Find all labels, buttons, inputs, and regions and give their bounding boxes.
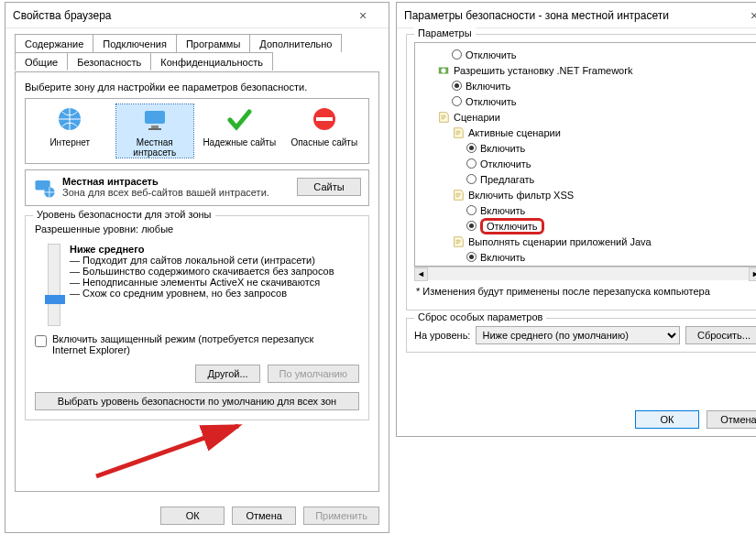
zone-internet[interactable]: Интернет xyxy=(31,104,109,158)
tree-radio-option[interactable]: Отключить xyxy=(448,93,756,109)
radio-icon[interactable] xyxy=(452,81,462,91)
dialog-buttons: ОК Отмена Применить xyxy=(5,499,389,532)
settings-tree[interactable]: ОтключитьРазрешить установку .NET Framew… xyxy=(414,42,756,267)
tab-content[interactable]: Содержание xyxy=(15,34,93,52)
tree-category: Разрешить установку .NET Framework xyxy=(433,62,756,78)
tab-connections[interactable]: Подключения xyxy=(93,34,177,52)
zones-hint: Выберите зону для настройки ее параметро… xyxy=(25,82,369,93)
globe-icon xyxy=(55,104,84,134)
reset-level-select[interactable]: Ниже среднего (по умолчанию) xyxy=(476,326,680,344)
zone-local-intranet[interactable]: Местная интрасеть xyxy=(116,104,194,158)
svg-rect-2 xyxy=(151,125,159,128)
scroll-left-icon[interactable]: ◄ xyxy=(414,267,428,281)
close-icon[interactable]: × xyxy=(345,8,381,23)
tree-radio-option[interactable]: Включить xyxy=(463,202,756,218)
tree-radio-option[interactable]: Отключить xyxy=(463,218,756,234)
radio-icon[interactable] xyxy=(466,221,477,231)
tab-advanced[interactable]: Дополнительно xyxy=(249,34,342,52)
h-scrollbar[interactable]: ◄ ► xyxy=(414,267,756,280)
radio-icon[interactable] xyxy=(452,96,462,106)
window-title: Свойства браузера xyxy=(13,9,345,22)
tree-radio-option[interactable]: Включить xyxy=(463,140,756,156)
custom-level-button[interactable]: Другой... xyxy=(195,365,259,383)
reset-label: На уровень: xyxy=(414,330,470,341)
titlebar[interactable]: Параметры безопасности - зона местной ин… xyxy=(397,3,756,28)
tab-privacy[interactable]: Конфиденциальность xyxy=(150,52,273,71)
radio-icon[interactable] xyxy=(466,143,477,153)
radio-icon[interactable] xyxy=(466,252,477,262)
selected-zone-panel: Местная интрасеть Зона для всех веб-сайт… xyxy=(25,169,369,206)
restart-note: * Изменения будут применены после переза… xyxy=(416,286,756,297)
security-level-group: Уровень безопасности для этой зоны Разре… xyxy=(25,215,369,420)
default-level-button[interactable]: По умолчанию xyxy=(268,365,359,383)
security-tab-panel: Выберите зону для настройки ее параметро… xyxy=(15,71,379,492)
apply-button[interactable]: Применить xyxy=(303,507,379,525)
radio-icon[interactable] xyxy=(466,174,477,184)
zone-restricted[interactable]: Опасные сайты xyxy=(286,104,364,158)
level-legend: Уровень безопасности для этой зоны xyxy=(33,209,215,220)
internet-properties-dialog: Свойства браузера × Содержание Подключен… xyxy=(5,2,389,533)
radio-icon[interactable] xyxy=(466,205,477,215)
allowed-levels: Разрешенные уровни: любые xyxy=(35,223,359,234)
computer-icon xyxy=(33,176,57,200)
tree-category: Активные сценарии xyxy=(448,125,756,140)
level-slider-area: Ниже среднего — Подходит для сайтов лока… xyxy=(35,244,359,326)
slider-thumb[interactable] xyxy=(45,295,65,304)
cancel-button[interactable]: Отмена xyxy=(232,507,296,525)
tree-radio-option[interactable]: Отключить xyxy=(463,265,756,267)
tree-category: Сценарии xyxy=(433,109,756,125)
tree-radio-option[interactable]: Отключить xyxy=(448,47,756,62)
tree-category: Включить фильтр XSS xyxy=(448,187,756,202)
svg-rect-3 xyxy=(148,128,161,130)
ok-button[interactable]: ОК xyxy=(635,410,699,429)
tree-radio-option[interactable]: Предлагать xyxy=(463,171,756,187)
protected-mode-input[interactable] xyxy=(35,335,47,347)
reset-all-zones-button[interactable]: Выбрать уровень безопасности по умолчани… xyxy=(35,392,359,410)
zones-list[interactable]: Интернет Местная интрасеть Надежные сайт… xyxy=(25,98,369,164)
titlebar[interactable]: Свойства браузера × xyxy=(5,3,389,28)
tree-radio-option[interactable]: Отключить xyxy=(463,156,756,171)
reset-button[interactable]: Сбросить... xyxy=(685,326,756,344)
tab-general[interactable]: Общие xyxy=(15,52,68,71)
close-icon[interactable]: × xyxy=(736,8,756,23)
protected-mode-checkbox[interactable]: Включить защищенный режим (потребуется п… xyxy=(35,333,359,355)
tab-programs[interactable]: Программы xyxy=(176,34,250,52)
svg-rect-1 xyxy=(145,111,165,124)
scroll-right-icon[interactable]: ► xyxy=(749,267,756,281)
level-slider[interactable] xyxy=(48,244,60,326)
cancel-button[interactable]: Отмена xyxy=(707,410,756,429)
no-entry-icon xyxy=(310,104,339,134)
svg-point-10 xyxy=(441,68,445,72)
radio-icon[interactable] xyxy=(466,158,477,169)
window-title: Параметры безопасности - зона местной ин… xyxy=(404,9,736,22)
security-settings-dialog: Параметры безопасности - зона местной ин… xyxy=(396,2,756,437)
tree-category: Выполнять сценарии приложений Java xyxy=(448,234,756,249)
computer-icon xyxy=(140,104,170,134)
tab-security[interactable]: Безопасность xyxy=(67,52,151,71)
sites-button[interactable]: Сайты xyxy=(297,178,361,196)
tree-radio-option[interactable]: Включить xyxy=(463,249,756,265)
params-group: Параметры ОтключитьРазрешить установку .… xyxy=(406,34,756,311)
reset-group: Сброс особых параметров На уровень: Ниже… xyxy=(406,318,756,353)
tree-radio-option[interactable]: Включить xyxy=(448,78,756,93)
check-icon xyxy=(225,104,254,134)
level-name: Ниже среднего xyxy=(70,244,359,255)
zone-trusted[interactable]: Надежные сайты xyxy=(201,104,279,158)
ok-button[interactable]: ОК xyxy=(160,507,225,525)
radio-icon[interactable] xyxy=(452,49,462,60)
tabs: Содержание Подключения Программы Дополни… xyxy=(15,34,379,72)
svg-rect-5 xyxy=(316,117,333,121)
